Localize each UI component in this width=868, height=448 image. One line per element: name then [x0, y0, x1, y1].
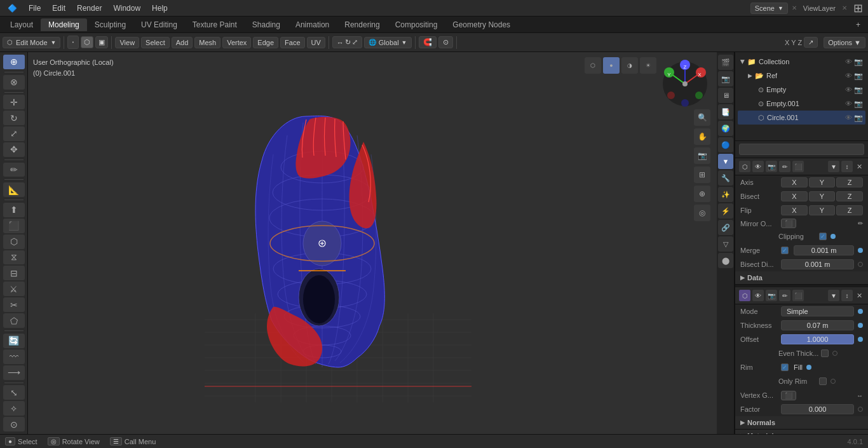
scene-selector[interactable]: Scene▼ — [750, 3, 788, 14]
add-workspace-btn[interactable]: + — [851, 20, 865, 29]
face-btn[interactable]: Face — [280, 37, 304, 48]
vertex-g-arrow[interactable]: ↔ — [857, 392, 863, 399]
particles-icon-btn[interactable]: ✨ — [718, 187, 733, 202]
measure-tool[interactable]: 📐 — [3, 182, 25, 197]
options-btn[interactable]: Options ▼ — [824, 37, 865, 48]
select-tool[interactable]: ⊕ — [3, 55, 25, 69]
snap-btn[interactable]: 🧲 — [419, 36, 437, 48]
collection-render-icon[interactable]: 📷 — [854, 58, 863, 66]
vertex-g-icon-btn[interactable]: ⬛ — [781, 391, 796, 400]
physics-icon-btn[interactable]: ⚡ — [718, 203, 733, 219]
nav-gizmo[interactable]: X Y Z — [660, 58, 710, 109]
empty-view-icon[interactable]: 👁 — [845, 86, 852, 94]
flip-x-btn[interactable]: X — [781, 205, 808, 215]
edge-btn[interactable]: Edge — [253, 37, 278, 48]
solidify-eye-icon[interactable]: 👁 — [752, 290, 764, 301]
material-preview-btn[interactable]: ◑ — [621, 57, 638, 74]
empty-render-icon[interactable]: 📷 — [854, 86, 863, 94]
face-mode-btn[interactable]: ▣ — [95, 36, 108, 48]
annotate-tool[interactable]: ✏ — [3, 163, 25, 177]
outliner-empty-row[interactable]: ⊙ Empty 👁 📷 — [738, 83, 865, 97]
search-input[interactable] — [739, 144, 864, 155]
modifier-icon-btn[interactable]: 🔧 — [718, 170, 733, 186]
overlay-btn[interactable]: ⊕ — [694, 186, 710, 202]
circle-view-icon[interactable]: 👁 — [845, 114, 852, 122]
pan-btn[interactable]: ✋ — [694, 128, 710, 145]
transform-space[interactable]: 🌐 Global ▼ — [364, 37, 412, 48]
solidify-type-icon[interactable]: ⬡ — [739, 290, 750, 301]
mod-eye-icon[interactable]: 👁 — [752, 161, 764, 172]
factor-value[interactable]: 0.000 — [781, 404, 854, 414]
thickness-value[interactable]: 0.07 m — [781, 320, 854, 330]
scale-tool[interactable]: ⤢ — [3, 126, 25, 141]
axis-y-btn[interactable]: Y — [809, 177, 836, 187]
outliner-ref-row[interactable]: ▶ 📂 Ref 👁 📷 — [738, 69, 865, 83]
world-icon-btn[interactable]: 🔵 — [718, 137, 733, 153]
extrude-tool[interactable]: ⬆ — [3, 203, 25, 217]
blender-logo[interactable]: 🔷 — [3, 3, 22, 14]
clipping-dot[interactable] — [831, 234, 836, 239]
axis-z-btn[interactable]: Z — [836, 177, 863, 187]
solidify-close-btn[interactable]: ✕ — [855, 292, 864, 300]
select-btn[interactable]: Select — [141, 37, 170, 48]
bisect-tool[interactable]: ✂ — [3, 297, 25, 312]
camera-btn[interactable]: 📷 — [694, 147, 710, 164]
ref-view-icon[interactable]: 👁 — [845, 72, 852, 80]
menu-window[interactable]: Window — [108, 3, 146, 14]
bisect-y-btn[interactable]: Y — [809, 191, 836, 201]
tab-shading[interactable]: Shading — [245, 18, 288, 31]
poly-build-tool[interactable]: ⬠ — [3, 313, 25, 328]
normals-section-header[interactable]: ▶ Normals — [735, 416, 868, 429]
spin-tool[interactable]: 🔄 — [3, 334, 25, 348]
collection-view-icon[interactable]: 👁 — [845, 58, 852, 66]
tab-layout[interactable]: Layout — [3, 18, 41, 31]
mod-arrow-icon[interactable]: ↕ — [841, 161, 853, 172]
solidify-arrow-icon[interactable]: ↕ — [841, 290, 853, 301]
mod-cage-icon[interactable]: ⬛ — [792, 161, 804, 172]
scene-icon-btn[interactable]: 🎬 — [718, 55, 733, 70]
scene-props-icon-btn[interactable]: 🌍 — [718, 121, 733, 136]
bisect-di-value[interactable]: 0.001 m — [781, 259, 854, 269]
bisect-di-dot[interactable] — [858, 262, 863, 267]
zoom-in-btn[interactable]: 🔍 — [694, 109, 710, 126]
menu-edit[interactable]: Edit — [47, 3, 71, 14]
shear-tool[interactable]: ⟡ — [3, 401, 25, 416]
object-icon-btn[interactable]: ▼ — [718, 154, 733, 169]
sphere-tool[interactable]: ⊙ — [3, 417, 25, 431]
material-icon-btn[interactable]: ⬤ — [718, 253, 733, 268]
orientation-btn[interactable]: ↗ — [804, 37, 818, 48]
expand-btn[interactable]: ⊞ — [853, 1, 863, 15]
tab-compositing[interactable]: Compositing — [388, 18, 445, 31]
transform-tool[interactable]: ✥ — [3, 142, 25, 157]
rim-checkbox[interactable]: ✓ — [781, 363, 789, 371]
merge-value[interactable]: 0.001 m — [794, 245, 854, 255]
loop-cut-tool[interactable]: ⧖ — [3, 250, 25, 265]
merge-checkbox[interactable]: ✓ — [781, 247, 789, 254]
tab-sculpting[interactable]: Sculpting — [87, 18, 133, 31]
mod-type-icon[interactable]: ⬡ — [739, 161, 750, 172]
merge-dot[interactable] — [858, 248, 863, 253]
solidify-cage-icon[interactable]: ⬛ — [792, 290, 804, 301]
data-section-header[interactable]: ▶ Data — [735, 271, 868, 284]
grid-btn[interactable]: ⊞ — [694, 166, 710, 183]
uv-btn[interactable]: UV — [307, 37, 325, 48]
only-rim-dot[interactable] — [831, 379, 836, 384]
clipping-checkbox[interactable]: ✓ — [819, 233, 827, 240]
mod-expand-icon[interactable]: ▼ — [828, 161, 839, 172]
flip-y-btn[interactable]: Y — [809, 205, 836, 215]
mirror-edit-icon[interactable]: ✏ — [858, 220, 863, 227]
even-thick-checkbox[interactable] — [821, 350, 829, 357]
bevel-tool[interactable]: ⬡ — [3, 234, 25, 249]
cursor-tool[interactable]: ⊗ — [3, 75, 25, 90]
offset-dot[interactable] — [858, 337, 863, 342]
mesh-btn[interactable]: Mesh — [194, 37, 220, 48]
menu-render[interactable]: Render — [72, 3, 107, 14]
viewport[interactable]: User Orthographic (Local) (0) Circle.001 — [28, 52, 717, 434]
tab-rendering[interactable]: Rendering — [337, 18, 387, 31]
outliner-empty001-row[interactable]: ⊙ Empty.001 👁 📷 — [738, 97, 865, 111]
bisect-z-btn[interactable]: Z — [836, 191, 863, 201]
rim-dot[interactable] — [806, 365, 811, 370]
tab-modeling[interactable]: Modeling — [41, 18, 87, 31]
view-layer-icon-btn[interactable]: 📑 — [718, 104, 733, 119]
proportional-btn[interactable]: ⊙ — [438, 36, 453, 48]
